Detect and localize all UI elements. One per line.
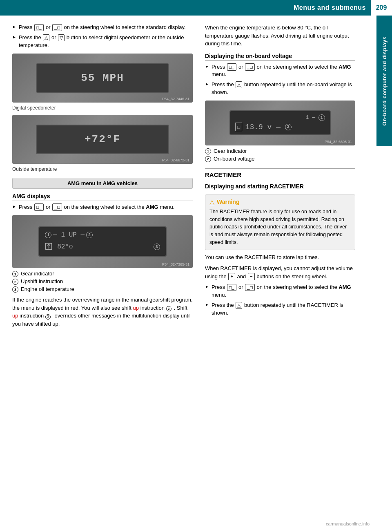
speedometer-ref: P54_32-7446-31 <box>162 97 189 101</box>
rt-btn-right: ⎯□ <box>245 284 255 291</box>
voltage-gear: 1 — <box>306 114 318 121</box>
racetimer-arrow-1: ► <box>205 284 209 289</box>
header-title: Menus and submenus <box>0 4 371 11</box>
racetimer-para-1: You can use the RACETIMER to store lap t… <box>205 253 355 262</box>
amg-btn-left: □⎯ <box>34 203 44 210</box>
temperature-ref: P54_32-6672-31 <box>162 158 189 162</box>
tri-down-icon: ▽ <box>58 34 65 41</box>
temperature-image: +72°F P54_32-6672-31 <box>12 115 193 164</box>
amg-num-1: 1 <box>12 271 18 277</box>
amg-label-1: Gear indicator <box>21 270 54 277</box>
racetimer-heading: RACETIMER <box>205 171 355 178</box>
amg-display-image: 1 — 1 UP — 2 ⚿ 82°o 3 P54_32-7365-31 <box>12 215 193 268</box>
warning-triangle-icon: △ <box>209 198 214 206</box>
amg-temp-text: 82°o <box>57 243 73 250</box>
amg-img-ref: P54_32-7365-31 <box>162 262 189 266</box>
amg-screen: 1 — 1 UP — 2 ⚿ 82°o 3 <box>38 226 167 257</box>
voltage-row-1: 1 — 1 <box>235 114 325 121</box>
amg-num-item-3: 3 Engine oil temperature <box>12 286 193 293</box>
amg-num-item-2: 2 Upshift instruction <box>12 278 193 285</box>
voltage-label-2: On-board voltage <box>214 156 254 162</box>
amg-bullet-arrow: ► <box>12 204 16 209</box>
engine-temp-para: When the engine temperature is below 80 … <box>205 24 355 48</box>
btn-icon-left: □⎯ <box>34 24 44 31</box>
racetimer-sub: Displaying and starting RACETIMER <box>205 183 355 191</box>
bullet-text-1: Press □⎯ or ⎯□ on the steering wheel to … <box>19 24 186 31</box>
amg-circle-1: 1 <box>45 232 51 238</box>
bullet-item-2: ► Press the △ or ▽ button to select digi… <box>12 34 193 49</box>
amg-row-bottom: ⚿ 82°o 3 <box>45 242 160 252</box>
racetimer-arrow-2: ► <box>205 302 209 307</box>
voltage-arrow-1: ► <box>205 64 209 69</box>
inline-circle-2b: 2 <box>45 314 51 320</box>
amg-num-2: 2 <box>12 279 18 285</box>
voltage-label-1: Gear indicator <box>214 148 247 154</box>
amg-btn-right: ⎯□ <box>52 203 62 210</box>
voltage-bullet-1: ► Press □⎯ or ⎯□ on the steering wheel t… <box>205 63 355 79</box>
voltage-text-2: Press the △ button repeatedly until the … <box>212 81 355 96</box>
voltage-ref: P54_32-6608-31 <box>325 140 352 144</box>
voltage-image: 1 — 1 ☐ 13.9 v — 2 P54_32-6608-31 <box>205 101 355 145</box>
main-content: ► Press □⎯ or ⎯□ on the steering wheel t… <box>0 16 392 339</box>
amg-num-3: 3 <box>12 286 18 293</box>
bullet-text-2: Press the △ or ▽ button to select digita… <box>19 34 193 49</box>
tri-up-icon: △ <box>43 34 49 41</box>
amg-box: AMG menu in AMG vehicles <box>12 178 193 189</box>
racetimer-bullet-2: ► Press the △ button repeatedly until th… <box>205 302 355 317</box>
voltage-num-item-2: 2 On-board voltage <box>205 156 355 162</box>
speedometer-screen: 55 MPH <box>36 63 169 93</box>
voltage-circle-2: 2 <box>285 124 292 130</box>
temperature-screen: +72°F <box>36 125 169 154</box>
speedometer-image: 55 MPH P54_32-7446-31 <box>12 54 193 103</box>
warning-title: Warning <box>217 199 239 205</box>
racetimer-text-1: Press □⎯ or ⎯□ on the steering wheel to … <box>212 284 355 299</box>
right-column: When the engine temperature is below 80 … <box>200 24 376 331</box>
temperature-inner: +72°F P54_32-6672-31 <box>12 115 193 164</box>
temperature-caption: Outside temperature <box>12 166 193 172</box>
amg-oil-icon: ⚿ <box>45 242 53 252</box>
bullet-arrow-2: ► <box>12 35 16 39</box>
amg-displays-heading: AMG displays <box>12 193 193 201</box>
racetimer-para-2: When RACETIMER is displayed, you cannot … <box>205 264 355 280</box>
speedometer-inner: 55 MPH P54_32-7446-31 <box>12 54 193 103</box>
voltage-value: 13.9 v — <box>245 123 285 131</box>
amg-label-2: Upshift instruction <box>21 278 63 284</box>
voltage-num-list: 1 Gear indicator 2 On-board voltage <box>205 148 355 162</box>
warning-text: The RACETIMER feature is only for use on… <box>209 208 351 246</box>
warning-header: △ Warning <box>209 198 351 206</box>
volt-tri-icon: △ <box>236 81 242 88</box>
voltage-num-2: 2 <box>205 156 211 162</box>
volt-btn-right: ⎯□ <box>245 63 255 70</box>
voltage-arrow-2: ► <box>205 82 209 86</box>
inline-circle-2a: 2 <box>166 306 172 311</box>
voltage-row-2: ☐ 13.9 v — 2 <box>235 123 325 131</box>
btn-icon-right: ⎯□ <box>52 24 62 31</box>
racetimer-divider <box>205 168 355 169</box>
racetimer-bullet-1: ► Press □⎯ or ⎯□ on the steering wheel t… <box>205 284 355 299</box>
amg-num-list: 1 Gear indicator 2 Upshift instruction 3… <box>12 270 193 293</box>
temperature-value: +72°F <box>85 133 120 145</box>
voltage-bullet-2: ► Press the △ button repeatedly until th… <box>205 81 355 96</box>
amg-circle-3: 3 <box>154 244 160 250</box>
page-number: 209 <box>371 0 392 16</box>
speedometer-caption: Digital speedometer <box>12 105 193 111</box>
amg-gear-text: — 1 UP — <box>53 231 85 239</box>
speedometer-value: 55 MPH <box>81 72 124 84</box>
amg-label-3: Engine oil temperature <box>21 286 74 292</box>
voltage-num-1: 1 <box>205 148 211 154</box>
voltage-screen: 1 — 1 ☐ 13.9 v — 2 <box>229 110 331 135</box>
up-text-1: up <box>133 305 139 311</box>
rt-btn-left: □⎯ <box>227 284 237 291</box>
amg-paragraph: If the engine reaches the overrevving ra… <box>12 296 193 328</box>
amg-circle-2: 2 <box>86 232 93 238</box>
amg-row-top: 1 — 1 UP — 2 <box>45 231 160 239</box>
up-text-2: up <box>12 313 18 319</box>
amg-num-item-1: 1 Gear indicator <box>12 270 193 277</box>
plus-btn-icon: + <box>228 273 235 280</box>
footer-url: carmanualsonline.info <box>0 517 392 529</box>
voltage-heading: Displaying the on-board voltage <box>205 53 355 61</box>
amg-bullet-text: Press □⎯ or ⎯□ on the steering wheel to … <box>19 203 175 211</box>
racetimer-text-2: Press the △ button repeatedly until the … <box>212 302 355 317</box>
header-bar: Menus and submenus 209 <box>0 0 392 16</box>
rt-tri-icon: △ <box>236 302 242 309</box>
